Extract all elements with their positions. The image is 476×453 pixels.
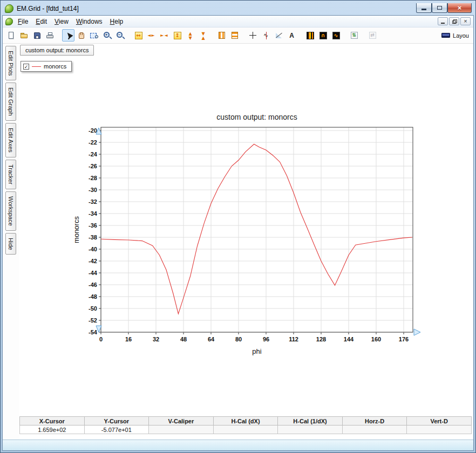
pan-y-out-button[interactable]	[184, 29, 196, 42]
svg-text:80: 80	[235, 336, 242, 342]
chart-svg[interactable]: 0163248648096112128144160176-20-22-24-26…	[71, 112, 444, 360]
compress-y-button[interactable]	[197, 29, 209, 42]
print-button[interactable]	[44, 29, 56, 42]
menu-file[interactable]: File	[14, 17, 32, 26]
slope-tool-button[interactable]	[273, 29, 285, 42]
v-caliper-icon	[217, 31, 227, 40]
page-icon	[6, 31, 16, 40]
toolbar-gap	[379, 35, 384, 36]
print-icon	[45, 31, 55, 40]
toolbar-gap	[361, 35, 366, 36]
legend-checkbox[interactable]: ✓	[23, 64, 29, 70]
mdi-restore-button[interactable]	[449, 17, 459, 25]
multi-trace-plot-button[interactable]	[330, 29, 342, 42]
menu-view[interactable]: View	[51, 17, 72, 26]
svg-text:32: 32	[153, 336, 159, 342]
svg-text:-26: -26	[89, 163, 97, 169]
layout-icon	[441, 31, 451, 40]
sidebar-tab-edit-plots[interactable]: Edit Plots	[5, 46, 16, 80]
toolbar-gap	[57, 35, 62, 36]
minimize-button[interactable]	[416, 3, 432, 13]
zoom-box-button[interactable]	[88, 29, 100, 42]
svg-text:0: 0	[99, 336, 103, 342]
save-button[interactable]	[31, 29, 43, 42]
sidebar-tab-hide[interactable]: Hide	[5, 233, 16, 255]
hand-icon	[77, 31, 86, 40]
maximize-button[interactable]	[432, 3, 447, 13]
sidebar-tab-workspace[interactable]: Workspace	[5, 191, 16, 231]
window-controls: ×	[416, 3, 472, 13]
autoscale-x-button[interactable]	[366, 29, 379, 42]
zoom-out-button[interactable]	[114, 29, 126, 42]
svg-text:128: 128	[316, 336, 326, 342]
colormap-icon	[305, 31, 315, 40]
autoscale-y-button[interactable]	[348, 29, 361, 42]
svg-text:-42: -42	[89, 258, 97, 264]
compress-x-button[interactable]	[158, 29, 171, 42]
mdi-minimize-button[interactable]	[438, 17, 448, 25]
legend-box[interactable]: ✓ monorcs	[21, 61, 72, 72]
menu-edit[interactable]: Edit	[32, 17, 51, 26]
window-title: EM.Grid - [fdtd_tut14]	[17, 5, 79, 12]
vertical-caliper-button[interactable]	[215, 29, 228, 42]
text-label-button[interactable]	[285, 29, 298, 42]
readout-header-horz-d: Horz-D	[342, 417, 407, 425]
svg-text:-44: -44	[89, 270, 98, 276]
colormap-plot-button[interactable]	[304, 29, 316, 42]
sidebar-tab-edit-axes[interactable]: Edit Axes	[5, 123, 16, 157]
app-window: EM.Grid - [fdtd_tut14] × FileEditViewWin…	[0, 0, 476, 453]
wave-icon	[318, 31, 328, 40]
h-out-icon	[147, 31, 157, 40]
readout-value: 1.659e+02	[20, 425, 85, 434]
slope-icon	[274, 31, 284, 40]
new-button[interactable]	[5, 29, 17, 42]
text-icon	[287, 31, 297, 40]
v-out-icon	[186, 31, 195, 40]
zoom-in-button[interactable]	[101, 29, 113, 42]
pan-tool-button[interactable]	[75, 29, 87, 42]
pan-x-out-button[interactable]	[145, 29, 158, 42]
horizontal-caliper-button[interactable]	[228, 29, 241, 42]
v-expand-icon	[173, 31, 182, 40]
menu-windows[interactable]: Windows	[72, 17, 106, 26]
svg-text:16: 16	[125, 336, 132, 342]
plot-workspace: custom output: monorcs ✓ monorcs 0163248…	[19, 44, 473, 440]
document-tab[interactable]: custom output: monorcs	[20, 45, 94, 56]
sidebar: Edit PlotsEdit GraphEdit AxesTrackerWork…	[3, 44, 19, 440]
cursor-marker-bottom-right[interactable]	[414, 329, 420, 335]
single-trace-plot-button[interactable]	[317, 29, 329, 42]
app-icon	[5, 4, 13, 13]
mdi-close-button[interactable]: ×	[460, 17, 471, 25]
curve-tracker-button[interactable]	[260, 29, 272, 42]
svg-text:48: 48	[180, 336, 187, 342]
menu-help[interactable]: Help	[106, 17, 127, 26]
close-button[interactable]: ×	[447, 3, 472, 13]
document-tab-label: custom output: monorcs	[25, 47, 89, 53]
legend-series-label: monorcs	[44, 63, 66, 70]
sidebar-tab-edit-graph[interactable]: Edit Graph	[5, 83, 16, 121]
close-icon: ×	[458, 4, 462, 11]
svg-text:-28: -28	[89, 175, 97, 181]
readout-value	[149, 425, 214, 434]
readout-header-y-cursor: Y-Cursor	[84, 417, 149, 425]
h-expand-icon	[134, 31, 144, 40]
mdi-restore-icon	[452, 20, 456, 24]
document-tab-row: custom output: monorcs	[19, 44, 473, 56]
expand-y-button[interactable]	[171, 29, 183, 42]
sidebar-tab-tracker[interactable]: Tracker	[5, 160, 16, 189]
menubar: FileEditViewWindowsHelp ×	[3, 16, 473, 28]
svg-text:-36: -36	[89, 222, 97, 229]
mdi-window-controls: ×	[438, 17, 472, 25]
select-tool-button[interactable]	[62, 29, 74, 42]
open-button[interactable]	[18, 29, 30, 42]
layout-button[interactable]: Layou	[439, 29, 471, 42]
svg-text:-48: -48	[89, 293, 97, 300]
statusbar	[3, 440, 473, 450]
save-icon	[32, 31, 42, 40]
cross-cursor-button[interactable]	[247, 29, 259, 42]
svg-text:-40: -40	[89, 246, 97, 252]
titlebar[interactable]: EM.Grid - [fdtd_tut14] ×	[2, 2, 474, 15]
svg-text:176: 176	[399, 336, 409, 342]
expand-x-button[interactable]	[132, 29, 145, 42]
readout-value	[213, 425, 278, 434]
